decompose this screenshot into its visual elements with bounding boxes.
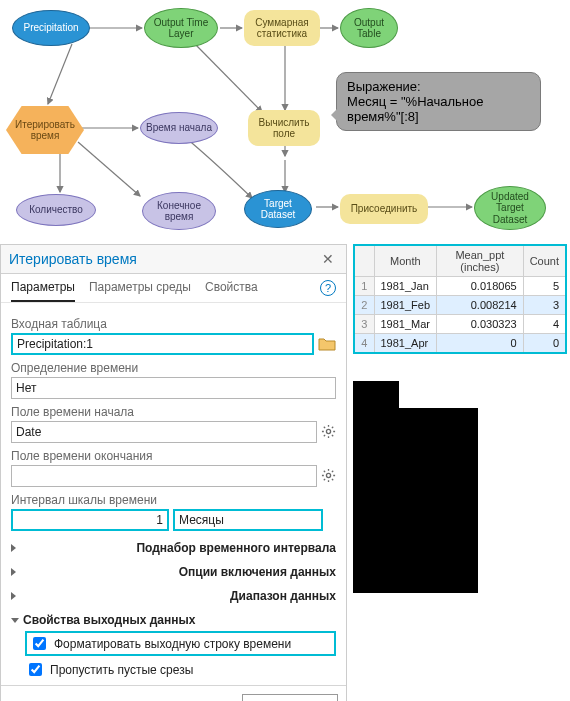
svg-line-1: [48, 44, 72, 104]
checkbox-format-string[interactable]: [33, 637, 46, 650]
col-month[interactable]: Month: [374, 245, 437, 277]
checkbox-format-string-row[interactable]: Форматировать выходную строку времени: [25, 631, 336, 656]
browse-icon[interactable]: [318, 336, 336, 352]
node-output-time-layer[interactable]: Output Time Layer: [144, 8, 218, 48]
result-table: Month Mean_ppt (inches) Count 1 1981_Jan…: [353, 244, 567, 354]
section-include-label: Опции включения данных: [179, 565, 336, 579]
expression-callout: Выражение: Месяц = "%Начальное время%"[:…: [336, 72, 541, 131]
input-table-field[interactable]: [11, 333, 314, 355]
label-end-field: Поле времени окончания: [11, 449, 336, 463]
section-subset[interactable]: Поднабор временного интервала: [11, 541, 336, 555]
cell-month: 1981_Jan: [374, 277, 437, 296]
close-icon[interactable]: ✕: [318, 251, 338, 267]
tab-parameters[interactable]: Параметры: [11, 280, 75, 302]
cell-mean: 0: [437, 334, 524, 354]
checkbox-skip-empty-row[interactable]: Пропустить пустые срезы: [25, 660, 336, 679]
panel-tabs: Параметры Параметры среды Свойства ?: [1, 274, 346, 303]
caret-right-icon: [11, 568, 175, 576]
svg-point-15: [326, 473, 330, 477]
row-num: 1: [354, 277, 374, 296]
time-def-field[interactable]: [11, 377, 336, 399]
section-range[interactable]: Диапазон данных: [11, 589, 336, 603]
cell-month: 1981_Mar: [374, 315, 437, 334]
caret-right-icon: [11, 592, 226, 600]
help-icon[interactable]: ?: [320, 280, 336, 296]
cell-count: 4: [523, 315, 566, 334]
ok-button[interactable]: OK: [242, 694, 338, 701]
table-row[interactable]: 3 1981_Mar 0.030323 4: [354, 315, 566, 334]
cell-count: 0: [523, 334, 566, 354]
gear-icon[interactable]: [321, 424, 336, 440]
table-row[interactable]: 4 1981_Apr 0 0: [354, 334, 566, 354]
cell-month: 1981_Apr: [374, 334, 437, 354]
gear-icon[interactable]: [321, 468, 336, 484]
checkbox-format-string-label: Форматировать выходную строку времени: [54, 637, 291, 651]
node-summary-stats[interactable]: Суммарная статистика: [244, 10, 320, 46]
row-num: 2: [354, 296, 374, 315]
cell-count: 3: [523, 296, 566, 315]
row-num: 3: [354, 315, 374, 334]
end-field-input[interactable]: [11, 465, 317, 487]
checkbox-skip-empty[interactable]: [29, 663, 42, 676]
node-updated-target[interactable]: Updated Target Dataset: [474, 186, 546, 230]
cell-count: 5: [523, 277, 566, 296]
cell-mean: 0.008214: [437, 296, 524, 315]
section-outprops-label: Свойства выходных данных: [23, 613, 195, 627]
label-interval: Интервал шкалы времени: [11, 493, 336, 507]
table-row[interactable]: 2 1981_Feb 0.008214 3: [354, 296, 566, 315]
cell-mean: 0.018065: [437, 277, 524, 296]
model-diagram: Precipitation Output Time Layer Суммарна…: [0, 0, 570, 244]
cell-month: 1981_Feb: [374, 296, 437, 315]
node-count[interactable]: Количество: [16, 194, 96, 226]
col-count[interactable]: Count: [523, 245, 566, 277]
node-calc-field[interactable]: Вычислить поле: [248, 110, 320, 146]
start-field-input[interactable]: [11, 421, 317, 443]
node-iterate-time[interactable]: Итерировать время: [6, 106, 84, 154]
node-append[interactable]: Присоединить: [340, 194, 428, 224]
node-start-time[interactable]: Время начала: [140, 112, 218, 144]
col-mean[interactable]: Mean_ppt (inches): [437, 245, 524, 277]
section-range-label: Диапазон данных: [230, 589, 336, 603]
node-precipitation[interactable]: Precipitation: [12, 10, 90, 46]
cell-mean: 0.030323: [437, 315, 524, 334]
caret-down-icon: [11, 618, 19, 623]
node-end-time[interactable]: Конечное время: [142, 192, 216, 230]
redacted-block: [353, 408, 478, 593]
callout-line2: Месяц = "%Начальное время%"[:8]: [347, 94, 530, 124]
node-output-table[interactable]: Output Table: [340, 8, 398, 48]
interval-number-input[interactable]: [11, 509, 169, 531]
label-time-def: Определение времени: [11, 361, 336, 375]
label-input-table: Входная таблица: [11, 317, 336, 331]
section-include[interactable]: Опции включения данных: [11, 565, 336, 579]
node-target-dataset[interactable]: Target Dataset: [244, 190, 312, 228]
svg-point-14: [326, 429, 330, 433]
caret-right-icon: [11, 544, 132, 552]
section-outprops[interactable]: Свойства выходных данных: [11, 613, 336, 627]
callout-line1: Выражение:: [347, 79, 530, 94]
table-corner: [354, 245, 374, 277]
label-start-field: Поле времени начала: [11, 405, 336, 419]
checkbox-skip-empty-label: Пропустить пустые срезы: [50, 663, 193, 677]
tab-environments[interactable]: Параметры среды: [89, 280, 191, 302]
interval-unit-select[interactable]: [173, 509, 323, 531]
panel-title: Итерировать время: [9, 251, 137, 267]
tool-panel: Итерировать время ✕ Параметры Параметры …: [0, 244, 347, 701]
row-num: 4: [354, 334, 374, 354]
svg-line-6: [78, 142, 140, 196]
table-row[interactable]: 1 1981_Jan 0.018065 5: [354, 277, 566, 296]
tab-properties[interactable]: Свойства: [205, 280, 258, 302]
section-subset-label: Поднабор временного интервала: [136, 541, 336, 555]
svg-line-7: [193, 42, 262, 112]
